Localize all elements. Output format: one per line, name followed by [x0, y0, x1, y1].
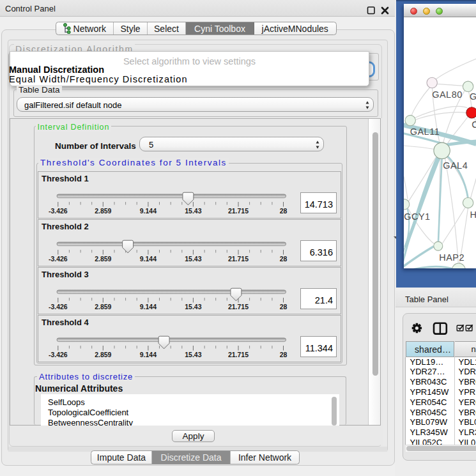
svg-text:GAL11: GAL11: [410, 127, 440, 137]
svg-text:2.859: 2.859: [95, 206, 111, 214]
svg-text:HAP2: HAP2: [439, 252, 464, 263]
svg-text:GCY1: GCY1: [404, 211, 430, 222]
svg-text:-3.426: -3.426: [49, 206, 68, 214]
svg-text:9.144: 9.144: [140, 350, 157, 358]
svg-text:28: 28: [280, 254, 288, 262]
svg-text:H: H: [470, 210, 476, 220]
svg-text:2.859: 2.859: [95, 350, 111, 358]
svg-text:21.715: 21.715: [228, 206, 249, 214]
svg-text:-3.426: -3.426: [49, 302, 68, 310]
svg-text:15.43: 15.43: [185, 302, 201, 310]
svg-text:9.144: 9.144: [140, 254, 157, 262]
svg-text:2.859: 2.859: [95, 254, 111, 262]
svg-text:21.715: 21.715: [228, 302, 249, 310]
svg-text:15.43: 15.43: [185, 206, 201, 214]
svg-text:21.715: 21.715: [228, 350, 249, 358]
svg-text:GA: GA: [469, 91, 475, 102]
svg-text:9.144: 9.144: [140, 206, 157, 214]
svg-text:28: 28: [280, 206, 288, 214]
svg-text:-3.426: -3.426: [49, 254, 68, 262]
svg-text:-3.426: -3.426: [49, 350, 68, 358]
svg-text:15.43: 15.43: [185, 254, 201, 262]
svg-text:2.859: 2.859: [95, 302, 111, 310]
svg-text:C: C: [472, 119, 476, 130]
svg-text:28: 28: [280, 350, 288, 358]
svg-text:GAL4: GAL4: [443, 160, 468, 171]
svg-text:15.43: 15.43: [185, 350, 201, 358]
svg-text:GAL80: GAL80: [432, 89, 463, 100]
svg-text:9.144: 9.144: [140, 302, 157, 310]
svg-text:28: 28: [280, 302, 288, 310]
svg-text:21.715: 21.715: [228, 254, 249, 262]
